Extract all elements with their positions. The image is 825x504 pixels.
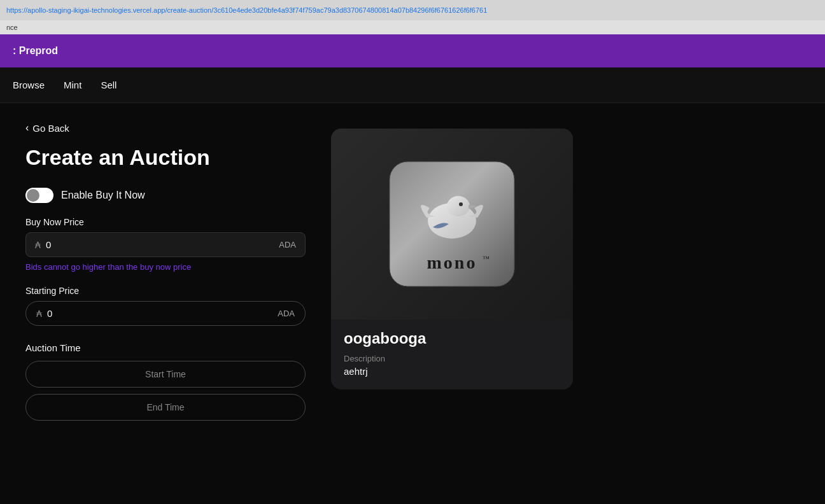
nft-card-section: mono ™ oogabooga Description aehtrj [331, 129, 573, 427]
svg-text:mono: mono [427, 253, 477, 272]
ada-icon-start: ₳ [36, 309, 42, 319]
end-time-button[interactable]: End Time [25, 394, 306, 421]
svg-text:™: ™ [483, 255, 490, 262]
starting-price-wrapper: ₳ ADA [25, 301, 306, 326]
form-section: ‹ Go Back Create an Auction Enable Buy I… [13, 122, 306, 427]
nft-description-label: Description [344, 354, 560, 363]
enable-buy-now-row: Enable Buy It Now [25, 188, 306, 203]
browser-tab-area: nce [0, 20, 825, 34]
nav-mint[interactable]: Mint [64, 80, 81, 90]
starting-ada-suffix: ADA [278, 309, 295, 318]
nft-info: oogabooga Description aehtrj [331, 319, 573, 377]
buy-now-ada-suffix: ADA [279, 240, 296, 249]
nft-name: oogabooga [344, 330, 560, 347]
buy-now-price-input[interactable] [46, 239, 279, 250]
nft-artwork: mono ™ [388, 160, 516, 288]
browser-bar: https://apollo-staging-ikigai-technologi… [0, 0, 825, 20]
buy-now-price-label: Buy Now Price [25, 217, 306, 227]
starting-price-label: Starting Price [25, 286, 306, 296]
page-title: Create an Auction [25, 145, 306, 170]
nav-sell[interactable]: Sell [101, 80, 116, 90]
nft-card: mono ™ oogabooga Description aehtrj [331, 129, 573, 389]
starting-price-input[interactable] [47, 308, 278, 319]
buy-now-price-wrapper: ₳ ADA [25, 232, 306, 257]
nft-description-value: aehtrj [344, 366, 560, 377]
top-nav-bar: : Preprod [0, 34, 825, 67]
svg-point-2 [447, 196, 470, 216]
go-back-button[interactable]: ‹ Go Back [25, 122, 306, 134]
enable-buy-now-toggle[interactable] [25, 188, 53, 203]
ada-icon-buy: ₳ [35, 240, 41, 250]
browser-url: https://apollo-staging-ikigai-technologi… [6, 6, 487, 14]
go-back-label: Go Back [32, 123, 69, 134]
nft-image: mono ™ [331, 129, 573, 319]
toggle-thumb [27, 189, 39, 202]
start-time-button[interactable]: Start Time [25, 361, 306, 388]
enable-buy-now-label: Enable Buy It Now [61, 190, 145, 201]
main-nav: Browse Mint Sell [0, 67, 825, 103]
browser-tab-text: nce [6, 24, 18, 31]
buy-now-hint: Bids cannot go higher than the buy now p… [25, 262, 306, 272]
brand-label: : Preprod [13, 45, 58, 57]
chevron-left-icon: ‹ [25, 122, 29, 134]
svg-point-3 [459, 202, 463, 206]
auction-time-label: Auction Time [25, 342, 306, 353]
page-content: ‹ Go Back Create an Auction Enable Buy I… [0, 103, 802, 440]
nav-browse[interactable]: Browse [13, 80, 45, 90]
